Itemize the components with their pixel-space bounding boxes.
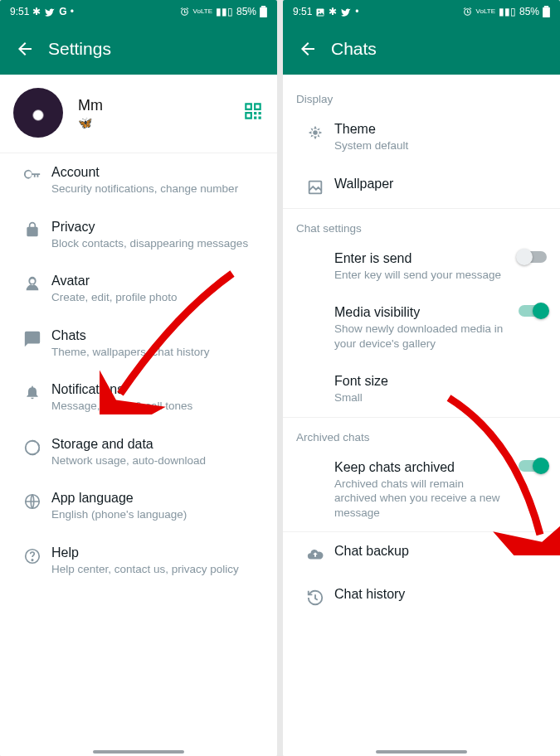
settings-item-privacy[interactable]: PrivacyBlock contacts, disappearing mess…: [0, 208, 277, 263]
cloud-icon: [296, 544, 334, 564]
battery-icon: [260, 6, 267, 18]
status-time: 9:51: [10, 6, 29, 17]
settings-item-storage[interactable]: Storage and dataNetwork usage, auto-down…: [0, 425, 277, 480]
back-button[interactable]: [291, 32, 324, 65]
profile-name: Mm: [78, 97, 242, 114]
svg-point-10: [313, 130, 318, 135]
section-archived: Archived chats: [283, 417, 560, 448]
help-icon: [13, 545, 51, 565]
back-button[interactable]: [8, 32, 41, 65]
row-wallpaper[interactable]: Wallpaper: [283, 165, 560, 208]
profile-row[interactable]: Mm 🦋: [0, 75, 277, 153]
gesture-bar: [93, 750, 184, 754]
settings-item-help[interactable]: HelpHelp center, contact us, privacy pol…: [0, 534, 277, 589]
svg-rect-9: [543, 7, 550, 17]
signal-icon: ▮▮▯: [216, 6, 233, 17]
status-bar: 9:51 ✱ • VoLTE ▮▮▯ 85%: [283, 0, 560, 23]
svg-rect-8: [544, 6, 548, 7]
row-font-size[interactable]: Font sizeSmall: [283, 362, 560, 417]
page-title: Settings: [48, 39, 111, 59]
chats-screen: 9:51 ✱ • VoLTE ▮▮▯ 85% Chats Display The…: [283, 0, 560, 756]
battery-percent: 85%: [519, 6, 539, 17]
svg-point-5: [32, 560, 32, 560]
volte-icon: VoLTE: [476, 8, 495, 15]
battery-percent: 85%: [236, 6, 256, 17]
settings-item-account[interactable]: AccountSecurity notifications, change nu…: [0, 153, 277, 208]
profile-status: 🦋: [78, 116, 242, 129]
chat-icon: [13, 328, 51, 348]
status-bar: 9:51 ✱ G • VoLTE ▮▮▯ 85%: [0, 0, 277, 23]
alarm-icon: [179, 6, 190, 17]
app-bar: Settings: [0, 23, 277, 75]
row-chat-backup[interactable]: Chat backup: [283, 532, 560, 575]
settings-item-notifications[interactable]: NotificationsMessage, group & call tones: [0, 371, 277, 425]
more-icon: •: [71, 6, 74, 17]
svg-rect-11: [309, 181, 322, 193]
page-title: Chats: [331, 39, 377, 59]
row-media-visibility[interactable]: Media visibilityShow newly downloaded me…: [283, 293, 560, 362]
slack-icon: ✱: [329, 6, 337, 17]
theme-icon: [296, 122, 334, 142]
svg-rect-1: [260, 7, 267, 17]
google-icon: G: [59, 6, 66, 17]
avatar: [13, 88, 63, 138]
svg-point-2: [26, 440, 40, 454]
row-chat-history[interactable]: Chat history: [283, 575, 560, 618]
twitter-icon: [340, 6, 352, 17]
more-icon: •: [355, 6, 358, 17]
svg-rect-0: [261, 6, 265, 7]
row-keep-archived[interactable]: Keep chats archivedArchived chats will r…: [283, 448, 560, 532]
section-chat-settings: Chat settings: [283, 208, 560, 240]
settings-item-chats[interactable]: ChatsTheme, wallpapers, chat history: [0, 317, 277, 371]
signal-icon: ▮▮▯: [499, 6, 516, 17]
toggle-enter-send[interactable]: [519, 251, 547, 263]
avatar-icon: [13, 274, 51, 293]
alarm-icon: [462, 6, 473, 17]
volte-icon: VoLTE: [193, 8, 212, 15]
row-theme[interactable]: ThemeSystem default: [283, 110, 560, 165]
twitter-icon: [44, 6, 56, 17]
row-enter-is-send[interactable]: Enter is sendEnter key will send your me…: [283, 240, 560, 294]
status-time: 9:51: [293, 6, 312, 17]
bell-icon: [13, 382, 51, 400]
settings-content[interactable]: Mm 🦋 AccountSecurity notifications, chan…: [0, 75, 277, 756]
app-bar: Chats: [283, 23, 560, 75]
globe-icon: [13, 491, 51, 511]
data-icon: [13, 437, 51, 457]
lock-icon: [13, 220, 51, 238]
toggle-keep-archived[interactable]: [519, 460, 547, 472]
gesture-bar: [376, 750, 467, 754]
svg-point-7: [319, 10, 320, 12]
settings-item-avatar[interactable]: AvatarCreate, edit, profile photo: [0, 262, 277, 317]
battery-icon: [543, 6, 550, 18]
slack-icon: ✱: [32, 6, 41, 17]
wallpaper-icon: [296, 177, 334, 196]
history-icon: [296, 587, 334, 607]
key-icon: [13, 165, 51, 185]
toggle-media-visibility[interactable]: [519, 305, 547, 317]
chats-content[interactable]: Display ThemeSystem default Wallpaper Ch…: [283, 75, 560, 756]
qr-icon[interactable]: [242, 100, 264, 125]
image-icon: [315, 6, 325, 17]
section-display: Display: [283, 75, 560, 110]
settings-screen: 9:51 ✱ G • VoLTE ▮▮▯ 85% Settings Mm 🦋: [0, 0, 277, 756]
settings-item-language[interactable]: App languageEnglish (phone's language): [0, 479, 277, 534]
